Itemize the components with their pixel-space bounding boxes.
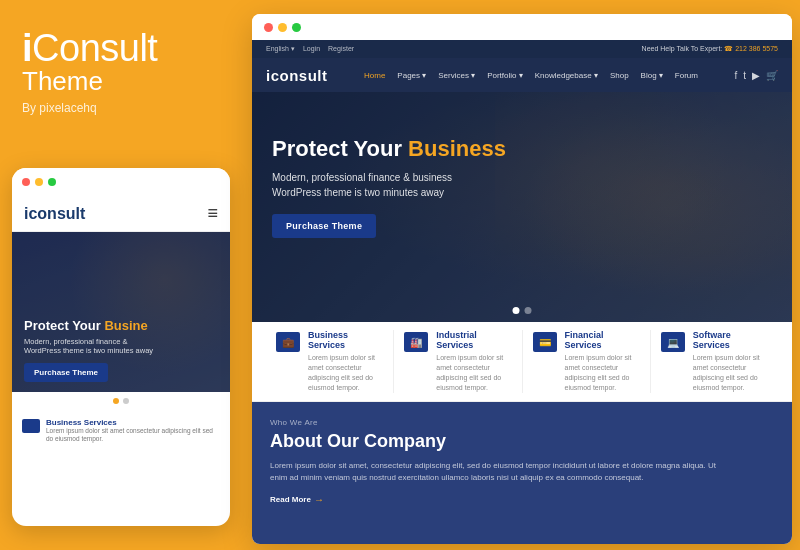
about-text: Lorem ipsum dolor sit amet, consectetur … xyxy=(270,460,730,484)
service-card-business: 💼 Business Services Lorem ipsum dolor si… xyxy=(266,330,394,392)
industrial-services-icon: 🏭 xyxy=(404,332,428,352)
readmore-label: Read More xyxy=(270,495,311,504)
financial-service-title: Financial Services xyxy=(565,330,640,350)
utility-phone: ☎ 212 386 5575 xyxy=(724,45,778,52)
nav-link-shop[interactable]: Shop xyxy=(610,71,629,80)
nav-links: Home Pages ▾ Services ▾ Portfolio ▾ Know… xyxy=(364,71,698,80)
about-section: Who We Are About Our Company Lorem ipsum… xyxy=(252,402,792,544)
desktop-top-bar xyxy=(252,14,792,40)
desktop-dot-red xyxy=(264,23,273,32)
site-logo: iconsult xyxy=(266,67,328,84)
mobile-dot-green xyxy=(48,178,56,186)
industrial-service-desc: Lorem ipsum dolor sit amet consectetur a… xyxy=(436,353,511,392)
nav-link-pages[interactable]: Pages ▾ xyxy=(397,71,426,80)
nav-link-knowledge[interactable]: Knowledgebase ▾ xyxy=(535,71,598,80)
nav-link-home[interactable]: Home xyxy=(364,71,385,80)
utility-login[interactable]: Login xyxy=(303,45,320,53)
desktop-dot-yellow xyxy=(278,23,287,32)
brand-by: By pixelacehq xyxy=(22,101,97,115)
nav-link-forum[interactable]: Forum xyxy=(675,71,698,80)
mobile-indicator xyxy=(12,392,230,410)
hero-heading: Protect Your Business xyxy=(272,136,772,162)
nav-link-portfolio[interactable]: Portfolio ▾ xyxy=(487,71,523,80)
brand-subtitle: Theme xyxy=(22,66,103,97)
mobile-mockup: iconsult ≡ Protect Your Busine Modern, p… xyxy=(12,168,230,526)
business-service-title: Business Services xyxy=(308,330,383,350)
services-strip: 💼 Business Services Lorem ipsum dolor si… xyxy=(252,322,792,402)
hero-heading-highlight: Business xyxy=(408,136,506,161)
youtube-icon[interactable]: ▶ xyxy=(752,70,760,81)
mobile-service-title: Business Services xyxy=(46,418,220,427)
mobile-dot-red xyxy=(22,178,30,186)
hero-content: Protect Your Business Modern, profession… xyxy=(252,92,792,238)
mobile-hero-desc: Modern, professional finance &WordPress … xyxy=(24,337,218,357)
utility-left: English ▾ Login Register xyxy=(266,45,354,53)
mobile-logo: iconsult xyxy=(24,205,85,223)
financial-service-desc: Lorem ipsum dolor sit amet consectetur a… xyxy=(565,353,640,392)
nav-link-services[interactable]: Services ▾ xyxy=(438,71,475,80)
facebook-icon[interactable]: f xyxy=(734,70,737,81)
mobile-hero-title-highlight: Busine xyxy=(104,318,147,333)
financial-service-info: Financial Services Lorem ipsum dolor sit… xyxy=(565,330,640,392)
industrial-service-title: Industrial Services xyxy=(436,330,511,350)
about-heading: About Our Company xyxy=(270,431,774,452)
mobile-services: Business Services Lorem ipsum dolor sit … xyxy=(12,410,230,456)
cart-icon[interactable]: 🛒 xyxy=(766,70,778,81)
service-card-industrial: 🏭 Industrial Services Lorem ipsum dolor … xyxy=(394,330,522,392)
utility-help-text: Need Help Talk To Expert: xyxy=(642,45,725,52)
hero-description: Modern, professional finance & businessW… xyxy=(272,170,512,200)
software-service-title: Software Services xyxy=(693,330,768,350)
hero-heading-regular: Protect Your xyxy=(272,136,408,161)
mobile-purchase-button[interactable]: Purchase Theme xyxy=(24,363,108,382)
hamburger-icon[interactable]: ≡ xyxy=(207,203,218,224)
about-readmore[interactable]: Read More → xyxy=(270,494,774,505)
readmore-arrow-icon: → xyxy=(314,494,324,505)
mobile-hero-title: Protect Your Busine xyxy=(24,318,218,334)
business-services-icon: 💼 xyxy=(276,332,300,352)
twitter-icon[interactable]: t xyxy=(743,70,746,81)
site-utility-bar: English ▾ Login Register Need Help Talk … xyxy=(252,40,792,58)
hero-purchase-button[interactable]: Purchase Theme xyxy=(272,214,376,238)
desktop-dot-green xyxy=(292,23,301,32)
hero-pagination xyxy=(513,307,532,314)
industrial-service-info: Industrial Services Lorem ipsum dolor si… xyxy=(436,330,511,392)
service-card-financial: 💳 Financial Services Lorem ipsum dolor s… xyxy=(523,330,651,392)
software-services-icon: 💻 xyxy=(661,332,685,352)
mobile-service-desc: Lorem ipsum dolor sit amet consectetur a… xyxy=(46,427,220,444)
hero-page-dot-1[interactable] xyxy=(513,307,520,314)
service-card-software: 💻 Software Services Lorem ipsum dolor si… xyxy=(651,330,778,392)
left-panel: iConsult Theme By pixelacehq iconsult ≡ … xyxy=(0,0,248,550)
desktop-hero: Protect Your Business Modern, profession… xyxy=(252,92,792,322)
mobile-service-icon xyxy=(22,419,40,433)
financial-services-icon: 💳 xyxy=(533,332,557,352)
mobile-hero-content: Protect Your Busine Modern, professional… xyxy=(24,318,218,382)
mobile-dot-yellow xyxy=(35,178,43,186)
brand-title: iConsult xyxy=(22,28,157,70)
mobile-nav: iconsult ≡ xyxy=(12,196,230,232)
hero-page-dot-2[interactable] xyxy=(525,307,532,314)
software-service-desc: Lorem ipsum dolor sit amet consectetur a… xyxy=(693,353,768,392)
utility-language[interactable]: English ▾ xyxy=(266,45,295,53)
software-service-info: Software Services Lorem ipsum dolor sit … xyxy=(693,330,768,392)
nav-link-blog[interactable]: Blog ▾ xyxy=(641,71,663,80)
nav-social-icons: f t ▶ 🛒 xyxy=(734,70,778,81)
mobile-service-item: Business Services Lorem ipsum dolor sit … xyxy=(22,418,220,444)
business-service-desc: Lorem ipsum dolor sit amet consectetur a… xyxy=(308,353,383,392)
business-service-info: Business Services Lorem ipsum dolor sit … xyxy=(308,330,383,392)
utility-right: Need Help Talk To Expert: ☎ 212 386 5575 xyxy=(642,45,778,53)
site-nav: iconsult Home Pages ▾ Services ▾ Portfol… xyxy=(252,58,792,92)
right-panel: English ▾ Login Register Need Help Talk … xyxy=(252,14,792,544)
indicator-dot-1 xyxy=(113,398,119,404)
indicator-dot-2 xyxy=(123,398,129,404)
mobile-top-bar xyxy=(12,168,230,196)
about-who-label: Who We Are xyxy=(270,418,774,427)
mobile-service-text: Business Services Lorem ipsum dolor sit … xyxy=(46,418,220,444)
mobile-hero: Protect Your Busine Modern, professional… xyxy=(12,232,230,392)
mobile-hero-title-regular: Protect Your xyxy=(24,318,101,333)
utility-register[interactable]: Register xyxy=(328,45,354,53)
